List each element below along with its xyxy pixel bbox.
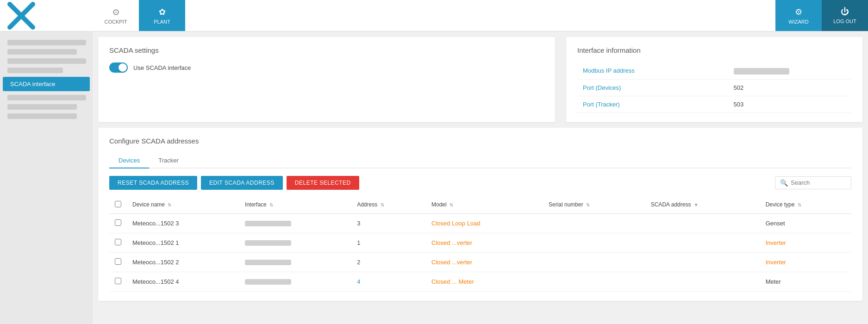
cell-interface: [239, 252, 351, 272]
logout-icon: ⏻: [841, 7, 849, 17]
delete-selected-button[interactable]: Delete selected: [287, 176, 359, 190]
cell-model: Closed ...verter: [426, 233, 543, 252]
tab-5[interactable]: [278, 0, 324, 31]
info-row-port-tracker: Port (Tracker) 503: [577, 96, 851, 112]
row-checkbox-cell: [109, 252, 127, 272]
logo-icon: [7, 2, 35, 30]
data-table: Device name ⇅ Interface ⇅ Address ⇅ Mo: [109, 196, 851, 292]
cell-serial-number: [543, 233, 645, 252]
tab-devices[interactable]: Devices: [109, 153, 149, 168]
cell-device-name: Meteoco...1502 4: [127, 272, 239, 291]
cell-scada-address: [645, 233, 760, 252]
scada-toggle[interactable]: [109, 62, 128, 73]
tab-3[interactable]: [185, 0, 231, 31]
row-checkbox-1[interactable]: [115, 239, 121, 245]
info-label-modbus: Modbus IP address: [577, 62, 728, 79]
sidebar-item-scada[interactable]: SCADA interface: [3, 77, 90, 91]
row-checkbox-cell: [109, 213, 127, 233]
sort-icon-type: ⇅: [798, 202, 801, 207]
cell-device-type: Inverter: [760, 252, 851, 272]
info-value-port-devices: 502: [728, 79, 851, 96]
th-device-type: Device type ⇅: [760, 196, 851, 214]
sidebar-placeholder-7: [7, 104, 77, 110]
cell-model: Closed Loop Load: [426, 213, 543, 233]
search-input[interactable]: [791, 179, 846, 186]
plant-icon: ✿: [159, 7, 166, 17]
tab-tracker[interactable]: Tracker: [149, 153, 188, 168]
interface-placeholder: [245, 260, 291, 265]
wizard-button[interactable]: ⚙ WIZARD: [775, 0, 822, 31]
cell-scada-address: [645, 213, 760, 233]
cell-serial-number: [543, 213, 645, 233]
configure-card: Configure SCADA addresses Devices Tracke…: [98, 128, 862, 301]
tab-plant[interactable]: ✿ PLANT: [139, 0, 185, 31]
main-content: SCADA settings Use SCADA interface Inter…: [93, 31, 868, 324]
info-value-modbus: [728, 62, 851, 79]
row-checkbox-cell: [109, 272, 127, 291]
cell-model: Closed ...verter: [426, 252, 543, 272]
th-interface: Interface ⇅: [239, 196, 351, 214]
cell-interface: [239, 213, 351, 233]
table-row: Meteoco...1502 33Closed Loop LoadGenset: [109, 213, 851, 233]
table-row: Meteoco...1502 22Closed ...verterInverte…: [109, 252, 851, 272]
table-header-row: Device name ⇅ Interface ⇅ Address ⇅ Mo: [109, 196, 851, 214]
row-checkbox-3[interactable]: [115, 278, 121, 284]
scada-settings-card: SCADA settings Use SCADA interface: [98, 37, 555, 122]
interface-placeholder: [245, 240, 291, 246]
table-row: Meteoco...1502 44Closed ... MeterMeter: [109, 272, 851, 291]
cell-interface: [239, 272, 351, 291]
tab-tracker-label: Tracker: [158, 157, 179, 164]
cell-device-name: Meteoco...1502 1: [127, 233, 239, 252]
sidebar-placeholder-4: [7, 68, 63, 73]
sidebar-item-scada-label: SCADA interface: [10, 81, 56, 87]
cell-device-name: Meteoco...1502 3: [127, 213, 239, 233]
nav-right: ⚙ WIZARD ⏻ LOG OUT: [775, 0, 868, 31]
cell-address: 3: [351, 213, 426, 233]
th-model: Model ⇅: [426, 196, 543, 214]
row-checkbox-2[interactable]: [115, 258, 121, 265]
cell-scada-address: [645, 252, 760, 272]
cell-device-type: Genset: [760, 213, 851, 233]
logout-button[interactable]: ⏻ LOG OUT: [822, 0, 868, 31]
info-value-port-tracker: 503: [728, 96, 851, 112]
row-checkbox-0[interactable]: [115, 219, 121, 226]
top-nav: ⊙ COCKPIT ✿ PLANT ⚙ WIZARD ⏻ LOG OUT: [0, 0, 868, 31]
toggle-label: Use SCADA interface: [133, 64, 191, 71]
toolbar: Reset SCADA address Edit SCADA address D…: [109, 176, 851, 190]
top-cards-row: SCADA settings Use SCADA interface Inter…: [93, 31, 868, 128]
cell-serial-number: [543, 252, 645, 272]
cell-interface: [239, 233, 351, 252]
info-label-port-tracker: Port (Tracker): [577, 96, 728, 112]
logout-label: LOG OUT: [833, 19, 856, 24]
sidebar-placeholder-2: [7, 49, 77, 55]
sidebar-placeholder-8: [7, 113, 77, 119]
info-row-port-devices: Port (Devices) 502: [577, 79, 851, 96]
logo-area: [0, 0, 93, 31]
select-all-checkbox[interactable]: [115, 201, 121, 207]
cockpit-icon: ⊙: [112, 7, 119, 17]
ip-placeholder: [734, 68, 789, 75]
tab-cockpit[interactable]: ⊙ COCKPIT: [93, 0, 139, 31]
interface-info-card: Interface information Modbus IP address …: [566, 37, 862, 122]
th-serial-number: Serial number ⇅: [543, 196, 645, 214]
search-icon: 🔍: [780, 179, 788, 187]
interface-placeholder: [245, 279, 291, 285]
sort-icon-model: ⇅: [450, 202, 453, 207]
sort-icon-device-name: ⇅: [168, 202, 171, 207]
cell-address: 4: [351, 272, 426, 291]
table-row: Meteoco...1502 11Closed ...verterInverte…: [109, 233, 851, 252]
tab-4[interactable]: [231, 0, 278, 31]
cell-device-type: Meter: [760, 272, 851, 291]
cell-address: 2: [351, 252, 426, 272]
edit-scada-button[interactable]: Edit SCADA address: [201, 176, 283, 190]
sidebar-placeholder-6: [7, 95, 86, 100]
nav-tabs: ⊙ COCKPIT ✿ PLANT: [93, 0, 324, 31]
sort-icon-address: ⇅: [381, 202, 384, 207]
search-area: 🔍: [775, 176, 851, 189]
th-checkbox: [109, 196, 127, 214]
interface-info-title: Interface information: [577, 46, 851, 54]
reset-scada-button[interactable]: Reset SCADA address: [109, 176, 197, 190]
row-checkbox-cell: [109, 233, 127, 252]
layout: SCADA interface SCADA settings Use SCADA…: [0, 31, 868, 324]
sort-icon-scada: ▼: [694, 202, 699, 207]
